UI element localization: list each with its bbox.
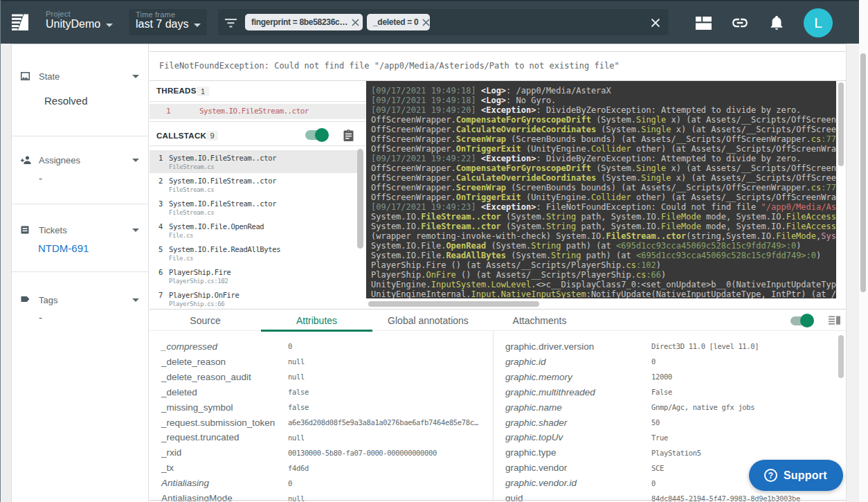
attribute-row[interactable]: graphic.vendorSCE xyxy=(150,460,846,476)
callstack-frame[interactable]: 2 System.IO.FileStream..ctor FileStream.… xyxy=(150,173,357,196)
tags-icon xyxy=(21,296,30,303)
callstack-frame[interactable]: 1 System.IO.FileStream..ctor FileStream.… xyxy=(150,150,357,173)
callstack-heading: CALLSTACK xyxy=(156,132,206,140)
project-caret-icon[interactable] xyxy=(106,24,113,27)
tab-attachments[interactable]: Attachments xyxy=(484,310,595,331)
chip-remove-icon[interactable] xyxy=(422,19,430,26)
attribute-row[interactable]: graphic.nameGnmp/Agc, native gfx jobs xyxy=(150,400,846,415)
project-selector[interactable]: Project UnityDemo xyxy=(46,10,100,30)
avatar-letter: L xyxy=(814,15,822,31)
page-scrollbar[interactable] xyxy=(859,0,868,502)
callstack-frame[interactable]: 5 System.IO.File.ReadAllBytes File.cs xyxy=(150,242,357,265)
attribute-key: graphic.id xyxy=(505,357,546,367)
page-scrollbar-thumb[interactable] xyxy=(860,53,866,292)
frame-file: File.cs xyxy=(169,255,193,262)
thread-name: System.IO.FileStream..ctor xyxy=(199,107,309,116)
callstack-frame[interactable]: 4 System.IO.File.OpenRead File.cs xyxy=(150,219,357,242)
share-link-icon[interactable] xyxy=(731,12,749,33)
dashboard-layout-icon[interactable] xyxy=(696,17,712,30)
frame-function: System.IO.FileStream..ctor xyxy=(169,199,276,208)
console-line: OffScreenWrapper.ScreenWrap (ScreenBound… xyxy=(371,183,836,192)
attributes-toggle-knob[interactable] xyxy=(800,314,814,328)
chip-remove-icon[interactable] xyxy=(352,19,359,26)
tab-global-annotations[interactable]: Global annotations xyxy=(372,310,484,331)
filter-chip-deleted[interactable]: _deleted = 0 xyxy=(367,14,430,30)
attribute-row[interactable]: graphic.driver.versionDirect3D 11.0 [lev… xyxy=(150,339,846,354)
attribute-value: 50 xyxy=(651,418,660,427)
timeframe-selector[interactable]: Time frame last 7 days xyxy=(129,9,207,35)
timeframe-caret-icon[interactable] xyxy=(194,24,201,27)
clear-search-icon[interactable] xyxy=(651,18,660,28)
project-label: Project xyxy=(46,10,100,18)
frame-file: PlayerShip.cs:102 xyxy=(169,278,228,285)
state-value[interactable]: Resolved xyxy=(44,95,88,107)
backtrace-logo-icon[interactable] xyxy=(12,12,28,33)
attribute-key: graphic.driver.version xyxy=(505,341,594,352)
attribute-value: 0 xyxy=(651,357,655,366)
sidebar-divider xyxy=(12,204,149,204)
console-vertical-scrollbar-thumb[interactable] xyxy=(838,82,844,166)
attributes-bottom-border xyxy=(150,500,846,501)
attribute-row[interactable]: graphic.vendor.id0 xyxy=(150,476,846,491)
view-list-icon[interactable] xyxy=(829,316,840,325)
console-horizontal-scrollbar-thumb[interactable] xyxy=(368,301,539,307)
frame-function: PlayerShip.OnFire xyxy=(169,291,239,299)
filter-chip-fingerprint[interactable]: fingerprint = 8be58236c… xyxy=(245,14,363,30)
notifications-bell-icon[interactable] xyxy=(770,15,783,30)
console-line: System.IO.File.ReadAllBytes (System.Stri… xyxy=(371,251,836,260)
console-line: System.IO.File.OpenRead (System.String p… xyxy=(371,241,836,251)
tickets-caret-icon[interactable] xyxy=(132,228,139,232)
sidebar-divider xyxy=(12,271,149,272)
window-left-edge xyxy=(0,0,1,502)
app-header: Project UnityDemo Time frame last 7 days… xyxy=(0,0,859,44)
state-caret-icon[interactable] xyxy=(132,75,139,78)
debug-console[interactable]: [09/17/2021 19:49:18] <Log>: /app0/Media… xyxy=(366,81,836,298)
console-line: OffScreenWrapper.OnTriggerExit (UnityEng… xyxy=(371,144,836,154)
console-line: OffScreenWrapper.CompensateForGyroscopeD… xyxy=(371,163,836,173)
console-line: OffScreenWrapper.OnTriggerExit (UnityEng… xyxy=(371,192,836,202)
filter-search-bar[interactable]: fingerprint = 8be58236c… _deleted = 0 xyxy=(218,9,669,35)
callstack-scrollbar-thumb[interactable] xyxy=(357,149,363,249)
console-line: OffScreenWrapper.CalculateOverrideCoordi… xyxy=(371,173,836,183)
attribute-value: True xyxy=(651,433,668,442)
attribute-row[interactable]: graphic.topUvTrue xyxy=(150,430,846,445)
console-line: System.IO.FileStream..ctor (System.Strin… xyxy=(371,222,836,231)
attribute-key: graphic.type xyxy=(505,447,557,458)
frame-function: System.IO.File.ReadAllBytes xyxy=(169,245,280,253)
tags-caret-icon[interactable] xyxy=(132,298,139,302)
attribute-row[interactable]: graphic.shader50 xyxy=(150,415,846,430)
console-line: PlayerShip.Fire () (at Assets/__Scripts/… xyxy=(371,260,836,270)
console-line: [09/17/2021 19:49:22] <Exception>: Divid… xyxy=(371,154,836,163)
frame-number: 2 xyxy=(159,177,163,185)
copy-callstack-icon[interactable] xyxy=(343,129,354,141)
error-title: FileNotFoundException: Could not find fi… xyxy=(159,61,620,71)
console-line: (wrapper remoting-invoke-with-check) Sys… xyxy=(371,231,836,241)
attributes-column-divider xyxy=(493,331,494,500)
support-button[interactable]: ? Support xyxy=(749,460,843,491)
sidebar-label-state: State xyxy=(39,71,60,82)
attribute-row[interactable]: graphic.typePlayStation5 xyxy=(150,445,846,460)
attribute-row[interactable]: graphic.id0 xyxy=(150,354,846,369)
callstack-frame[interactable]: 7 PlayerShip.OnFire PlayerShip.cs:66 xyxy=(150,287,357,309)
panel-divider xyxy=(150,51,846,52)
callstack-frame[interactable]: 3 System.IO.FileStream..ctor FileStream.… xyxy=(150,196,357,219)
tab-source[interactable]: Source xyxy=(150,310,261,331)
ticket-link[interactable]: NTDM-691 xyxy=(38,242,89,254)
avatar[interactable]: L xyxy=(804,8,833,37)
frame-function: System.IO.File.OpenRead xyxy=(169,222,264,231)
frame-file: FileStream.cs xyxy=(169,186,214,193)
threads-divider xyxy=(150,101,366,102)
attribute-row[interactable]: graphic.memory12000 xyxy=(150,369,846,384)
callstack-frame[interactable]: 6 PlayerShip.Fire PlayerShip.cs:102 xyxy=(150,265,357,287)
attribute-row[interactable]: graphic.multithreadedFalse xyxy=(150,384,846,400)
thread-divider xyxy=(150,121,366,122)
frame-file: FileStream.cs xyxy=(169,209,214,216)
frame-file: FileStream.cs xyxy=(169,163,214,170)
callstack-toggle-knob[interactable] xyxy=(315,128,329,142)
attribute-value: Direct3D 11.0 [level 11.0] xyxy=(651,342,759,350)
sidebar-label-tickets: Tickets xyxy=(39,225,67,235)
console-line: [09/17/2021 19:49:18] <Log>: /app0/Media… xyxy=(371,86,836,96)
tab-attributes[interactable]: Attributes xyxy=(261,310,372,331)
assignees-caret-icon[interactable] xyxy=(132,159,139,162)
attributes-scrollbar-thumb[interactable] xyxy=(838,335,844,378)
